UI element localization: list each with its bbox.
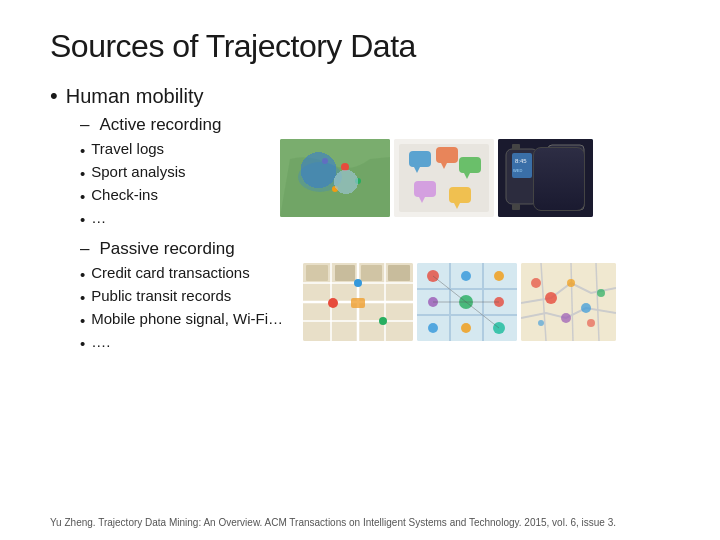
list-item: Check-ins	[80, 185, 260, 208]
active-recording-section: Active recording Travel logs Sport analy…	[50, 115, 670, 231]
main-section: • Human mobility Active recording Travel…	[50, 83, 670, 355]
svg-rect-30	[573, 169, 577, 191]
passive-recording-content: Credit card transactions Public transit …	[80, 263, 670, 355]
bullet-dot: •	[50, 83, 58, 109]
list-item: Travel logs	[80, 139, 260, 162]
wearable-device-image: 8:45 WED	[498, 139, 593, 217]
svg-point-69	[561, 313, 571, 323]
svg-point-53	[494, 271, 504, 281]
svg-rect-39	[335, 265, 355, 281]
city-map-1-image	[303, 263, 413, 341]
list-item: Credit card transactions	[80, 263, 283, 286]
svg-rect-27	[555, 179, 559, 191]
svg-rect-20	[512, 153, 532, 178]
svg-point-68	[597, 289, 605, 297]
svg-rect-8	[409, 151, 431, 167]
active-recording-images: 8:45 WED	[280, 139, 593, 217]
svg-rect-24	[512, 204, 520, 210]
active-recording-content: Travel logs Sport analysis Check-ins …	[80, 139, 670, 231]
svg-point-70	[587, 319, 595, 327]
list-item: ….	[80, 332, 283, 355]
svg-text:8:45: 8:45	[515, 158, 527, 164]
abstract-map-image	[394, 139, 494, 217]
svg-text:WED: WED	[513, 168, 522, 173]
svg-point-42	[328, 298, 338, 308]
citation-text: Yu Zheng. Trajectory Data Mining: An Ove…	[50, 517, 616, 528]
svg-rect-41	[388, 265, 410, 281]
svg-rect-23	[512, 144, 520, 150]
svg-point-4	[332, 186, 338, 192]
slide-title: Sources of Trajectory Data	[50, 28, 670, 65]
satellite-map-image	[280, 139, 390, 217]
svg-point-58	[461, 323, 471, 333]
list-item: Mobile phone signal, Wi-Fi…	[80, 309, 283, 332]
main-bullet-text: Human mobility	[66, 85, 204, 108]
svg-rect-63	[521, 263, 616, 341]
list-item: Sport analysis	[80, 162, 260, 185]
passive-recording-section: Passive recording Credit card transactio…	[50, 239, 670, 355]
active-recording-heading: Active recording	[80, 115, 670, 135]
svg-point-43	[354, 279, 362, 287]
svg-point-57	[428, 323, 438, 333]
svg-point-1	[298, 162, 342, 192]
svg-point-2	[341, 163, 349, 171]
svg-rect-45	[351, 298, 365, 308]
city-map-2-image	[417, 263, 517, 341]
passive-recording-heading: Passive recording	[80, 239, 670, 259]
active-recording-list: Travel logs Sport analysis Check-ins …	[80, 139, 260, 231]
svg-point-67	[581, 303, 591, 313]
list-item: …	[80, 208, 260, 231]
passive-recording-images	[303, 263, 616, 341]
svg-rect-40	[361, 265, 382, 281]
svg-point-66	[567, 279, 575, 287]
footer-citation: Yu Zheng. Trajectory Data Mining: An Ove…	[50, 517, 670, 528]
main-bullet: • Human mobility	[50, 83, 670, 109]
svg-point-3	[355, 178, 361, 184]
svg-rect-14	[414, 181, 436, 197]
svg-rect-16	[449, 187, 471, 203]
svg-point-65	[545, 292, 557, 304]
svg-rect-25	[548, 145, 584, 210]
passive-recording-list: Credit card transactions Public transit …	[80, 263, 283, 355]
svg-rect-0	[280, 139, 390, 217]
svg-point-71	[538, 320, 544, 326]
svg-rect-38	[306, 265, 328, 281]
svg-rect-26	[551, 151, 581, 197]
svg-rect-10	[436, 147, 458, 163]
svg-rect-12	[459, 157, 481, 173]
svg-point-52	[461, 271, 471, 281]
city-map-3-image	[521, 263, 616, 341]
svg-point-5	[322, 158, 328, 164]
svg-point-64	[531, 278, 541, 288]
svg-point-44	[379, 317, 387, 325]
slide: Sources of Trajectory Data • Human mobil…	[0, 0, 720, 540]
svg-rect-28	[561, 173, 565, 191]
svg-rect-29	[567, 176, 571, 191]
list-item: Public transit records	[80, 286, 283, 309]
